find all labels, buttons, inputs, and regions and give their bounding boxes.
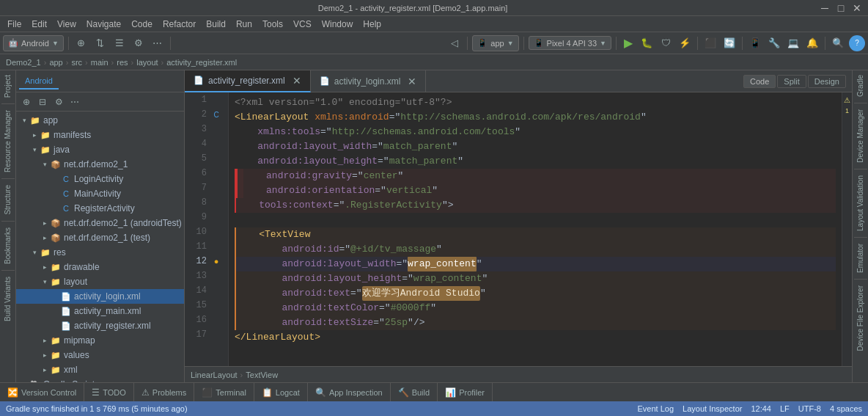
sidebar-collapse-btn[interactable]: ⊟ — [35, 95, 50, 109]
sidebar-add-btn[interactable]: ⊕ — [19, 95, 34, 109]
structure-tab-vertical[interactable]: Structure — [1, 180, 14, 219]
stop-button[interactable]: ⬛ — [702, 35, 718, 51]
toolbar-more-button[interactable]: ⋯ — [150, 35, 166, 51]
close-button[interactable]: ✕ — [852, 3, 862, 13]
tree-item-Gradle-Scripts[interactable]: ▸🐘Gradle Scripts — [16, 377, 184, 382]
bottom-tab-logcat[interactable]: 📋Logcat — [254, 383, 308, 402]
tab-close-activity-register-xml[interactable]: ✕ — [293, 75, 301, 87]
menu-item-navigate[interactable]: Navigate — [82, 18, 125, 31]
sidebar-settings-btn[interactable]: ⚙ — [51, 95, 66, 109]
build-variants-tab[interactable]: Build Variants — [1, 272, 14, 326]
menu-item-build[interactable]: Build — [202, 18, 230, 31]
bottom-tab-problems[interactable]: ⚠Problems — [134, 383, 194, 402]
warning-indicator: ⚠ — [842, 92, 852, 107]
tree-item-drawable[interactable]: ▸📁drawable — [16, 260, 184, 274]
back-button[interactable]: ◁ — [446, 35, 463, 51]
search-everywhere-button[interactable]: 🔍 — [830, 35, 846, 51]
breadcrumb-item-6[interactable]: activity_register.xml — [166, 58, 237, 67]
run-button[interactable]: ▶ — [621, 36, 636, 50]
avd-button[interactable]: 📱 — [747, 35, 763, 51]
tree-item-net-drf-demo2-1-androidTest[interactable]: ▸📦net.drf.demo2_1 (androidTest) — [16, 216, 184, 230]
menu-item-run[interactable]: Run — [232, 18, 257, 31]
layout-inspector-btn[interactable]: Layout Inspector — [683, 404, 742, 413]
menu-item-tools[interactable]: Tools — [258, 18, 287, 31]
menu-item-file[interactable]: File — [3, 18, 26, 31]
editor-bc-item-0[interactable]: LinearLayout — [191, 371, 238, 379]
editor-tab-activity-login-xml[interactable]: 📄activity_login.xml✕ — [311, 70, 427, 92]
event-log-btn[interactable]: Event Log — [638, 404, 674, 413]
tree-item-mipmap[interactable]: ▸📁mipmap — [16, 333, 184, 348]
bottom-tab-terminal[interactable]: ⬛Terminal — [194, 383, 254, 402]
app-module-selector[interactable]: 📱 app ▼ — [472, 35, 518, 51]
device-selector[interactable]: 📱 Pixel 4 API 33 ▼ — [529, 36, 611, 50]
tree-item-MainActivity[interactable]: CMainActivity — [16, 186, 184, 201]
device-file-explorer-tab[interactable]: Device File Explorer — [854, 281, 867, 355]
settings-button[interactable]: ? — [849, 35, 865, 51]
gradle-tab[interactable]: Gradle — [854, 70, 867, 101]
notifications-button[interactable]: 🔔 — [804, 35, 820, 51]
view-btn-split[interactable]: Split — [777, 75, 806, 88]
breadcrumb-item-5[interactable]: layout — [136, 58, 158, 67]
tree-item-app[interactable]: ▾📁app — [16, 113, 184, 128]
menu-item-view[interactable]: View — [53, 18, 81, 31]
device-manager-tab[interactable]: Device Manager — [854, 105, 867, 167]
bookmarks-tab[interactable]: Bookmarks — [1, 223, 14, 269]
breadcrumb-item-0[interactable]: Demo2_1 — [6, 58, 41, 67]
toolbar-add-button[interactable]: ⊕ — [73, 35, 89, 51]
bottom-tab-todo[interactable]: ☰TODO — [84, 383, 134, 402]
breadcrumb-item-3[interactable]: main — [91, 58, 108, 67]
tree-item-activity-register-xml[interactable]: 📄activity_register.xml — [16, 318, 184, 333]
bottom-tab-app-inspection[interactable]: 🔍App Inspection — [308, 383, 391, 402]
breadcrumb-item-1[interactable]: app — [49, 58, 62, 67]
menu-item-refactor[interactable]: Refactor — [158, 18, 200, 31]
android-module-selector[interactable]: 🤖 Android ▼ — [3, 35, 64, 51]
window-controls[interactable]: ─ □ ✕ — [820, 3, 862, 13]
breadcrumb-item-2[interactable]: src — [71, 58, 82, 67]
device-mgr-button[interactable]: 💻 — [785, 35, 801, 51]
tree-item-layout[interactable]: ▾📁layout — [16, 274, 184, 289]
emulator-tab[interactable]: Emulator — [854, 239, 867, 277]
menu-item-code[interactable]: Code — [127, 18, 157, 31]
debug-button[interactable]: 🐛 — [639, 35, 655, 51]
tree-icon-app: 📁 — [29, 114, 41, 126]
tree-item-activity-login-xml[interactable]: 📄activity_login.xml — [16, 289, 184, 304]
bottom-tab-build[interactable]: 🔨Build — [391, 383, 438, 402]
android-view-tab[interactable]: Android — [19, 73, 59, 90]
tree-item-net-drf-demo2-1-test[interactable]: ▸📦net.drf.demo2_1 (test) — [16, 230, 184, 245]
menu-item-window[interactable]: Window — [317, 18, 358, 31]
sdk-button[interactable]: 🔧 — [766, 35, 782, 51]
minimize-button[interactable]: ─ — [820, 3, 830, 13]
tree-item-res[interactable]: ▾📁res — [16, 245, 184, 260]
profile-button[interactable]: ⚡ — [677, 35, 693, 51]
tree-item-xml[interactable]: ▸📁xml — [16, 362, 184, 377]
editor-bc-item-1[interactable]: TextView — [246, 371, 278, 379]
view-btn-code[interactable]: Code — [743, 75, 776, 88]
menu-item-edit[interactable]: Edit — [27, 18, 51, 31]
resource-manager-tab[interactable]: Resource Manager — [1, 106, 14, 177]
project-tab-vertical[interactable]: Project — [1, 70, 14, 102]
tree-item-activity-main-xml[interactable]: 📄activity_main.xml — [16, 304, 184, 318]
tree-item-net-drf-demo2-1[interactable]: ▾📦net.drf.demo2_1 — [16, 157, 184, 172]
breadcrumb-item-4[interactable]: res — [117, 58, 128, 67]
toolbar-sync-button[interactable]: ⇅ — [92, 35, 108, 51]
tree-item-LoginActivity[interactable]: CLoginActivity — [16, 172, 184, 186]
tree-item-manifests[interactable]: ▸📁manifests — [16, 128, 184, 142]
tab-close-activity-login-xml[interactable]: ✕ — [408, 76, 416, 87]
tree-item-RegisterActivity[interactable]: CRegisterActivity — [16, 201, 184, 216]
sidebar-more-btn[interactable]: ⋯ — [67, 95, 82, 109]
bottom-tab-version-control[interactable]: 🔀Version Control — [0, 383, 84, 402]
menu-item-vcs[interactable]: VCS — [289, 18, 316, 31]
tree-item-java[interactable]: ▾📁java — [16, 142, 184, 157]
view-btn-design[interactable]: Design — [808, 75, 846, 88]
tree-item-values[interactable]: ▸📁values — [16, 348, 184, 362]
maximize-button[interactable]: □ — [836, 3, 846, 13]
sync-project-button[interactable]: 🔄 — [721, 35, 738, 51]
editor-tab-activity-register-xml[interactable]: 📄activity_register.xml✕ — [185, 70, 311, 92]
bottom-tab-profiler[interactable]: 📊Profiler — [438, 383, 493, 402]
code-content[interactable]: <?xml version="1.0" encoding="utf-8"?><L… — [229, 92, 842, 366]
toolbar-settings-button[interactable]: ⚙ — [130, 35, 147, 51]
coverage-button[interactable]: 🛡 — [658, 35, 674, 51]
layout-validation-tab[interactable]: Layout Validation — [854, 171, 867, 236]
toolbar-tree-button[interactable]: ☰ — [111, 35, 128, 51]
menu-item-help[interactable]: Help — [358, 18, 386, 31]
